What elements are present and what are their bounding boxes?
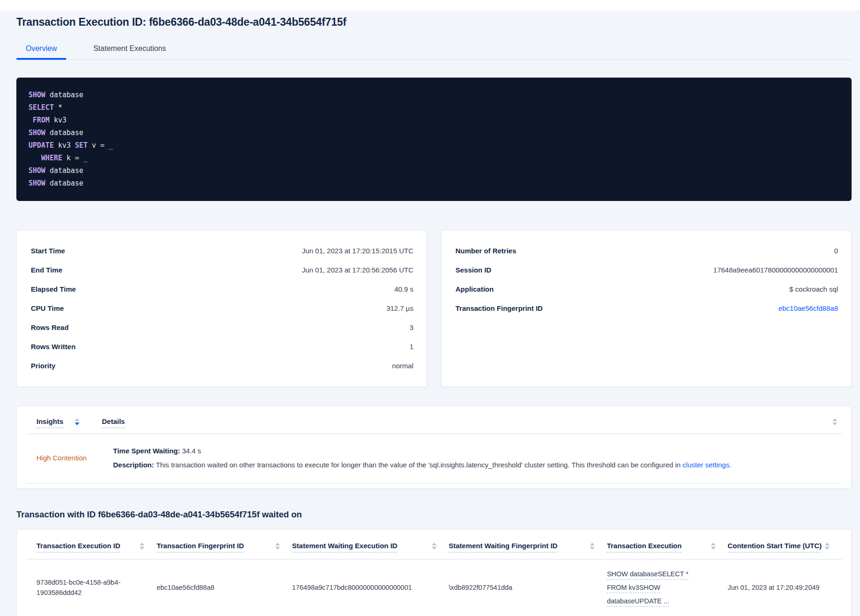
column-label: Statement Waiting Fingerprint ID <box>449 542 558 552</box>
insights-column-header[interactable]: Insights <box>36 417 102 428</box>
insights-column-label: Insights <box>36 417 64 428</box>
stat-label: Number of Retries <box>456 247 516 255</box>
stat-transaction-fingerprint-id: Transaction Fingerprint ID ebc10ae56cfd8… <box>456 299 838 318</box>
sort-icon[interactable] <box>432 543 437 550</box>
tab-bar: Overview Statement Executions <box>16 40 852 60</box>
sort-icon[interactable] <box>75 418 79 425</box>
column-header-transaction-execution-id[interactable]: Transaction Execution ID <box>26 542 157 552</box>
stat-label: Rows Written <box>31 343 76 351</box>
stat-value: 0 <box>834 247 838 255</box>
stat-end-time: End Time Jun 01, 2023 at 17:20:56:2056 U… <box>31 260 414 279</box>
stat-label: Rows Read <box>31 323 69 331</box>
sort-icon[interactable] <box>825 543 830 550</box>
sql-statements: SHOW databaseSELECT * FROM kv3SHOW datab… <box>16 78 852 201</box>
column-label: Transaction Execution <box>607 542 681 552</box>
stat-label: Priority <box>31 362 56 370</box>
column-header-statement-waiting-fingerprint-id[interactable]: Statement Waiting Fingerprint ID <box>449 542 607 552</box>
stat-number-of-retries: Number of Retries 0 <box>456 241 838 260</box>
insight-row: High Contention Time Spent Waiting: 34.4… <box>26 434 842 484</box>
description-suffix: . <box>729 461 731 469</box>
cell-transaction-fingerprint-id: ebc10ae56cfd88a8 <box>157 582 292 593</box>
cell-statement-waiting-execution-id: 176498a9c717bdc80000000000000001 <box>292 582 449 593</box>
top-whitespace-bar <box>0 0 860 10</box>
column-label: Statement Waiting Execution ID <box>292 542 397 552</box>
insight-details: Time Spent Waiting: 34.4 s Description: … <box>113 446 837 470</box>
summary-cards: Start Time Jun 01, 2023 at 17:20:15:2015… <box>16 230 852 387</box>
stat-value: 312.7 µs <box>387 304 414 312</box>
stat-rows-read: Rows Read 3 <box>31 318 414 337</box>
cell-contention-start-time: Jun 01, 2023 at 17:20:49:2049 <box>728 582 842 593</box>
insight-type-badge: High Contention <box>36 454 113 462</box>
page-title: Transaction Execution ID: f6be6366-da03-… <box>16 16 852 29</box>
stat-value: 1 <box>409 343 413 351</box>
stat-label: Elapsed Time <box>31 285 76 293</box>
stat-priority: Priority normal <box>31 356 414 375</box>
waited-on-table-row: 9738d051-bc0e-4158-a9b4-1903586ddd42 ebc… <box>26 559 842 616</box>
stat-label: Start Time <box>31 247 65 255</box>
stat-value: 17648a9eea6017800000000000000001 <box>713 266 838 274</box>
page-content: Transaction Execution ID: f6be6366-da03-… <box>0 16 860 616</box>
sort-icon[interactable] <box>711 543 716 550</box>
stat-value: Jun 01, 2023 at 17:20:15:2015 UTC <box>302 247 414 255</box>
stat-label: Session ID <box>456 266 492 274</box>
description-line: Description: This transaction waited on … <box>113 460 837 470</box>
transaction-fingerprint-id-link[interactable]: ebc10ae56cfd88a8 <box>778 304 838 312</box>
stat-value: 40.9 s <box>394 285 414 293</box>
column-label: Transaction Execution ID <box>36 542 120 552</box>
stat-label: End Time <box>31 266 62 274</box>
transaction-execution-cell[interactable]: SHOW databaseSELECT *FROM kv3SHOWdatabas… <box>607 569 727 606</box>
cluster-settings-link[interactable]: cluster settings <box>682 461 729 469</box>
cell-transaction-execution-id: 9738d051-bc0e-4158-a9b4-1903586ddd42 <box>26 577 157 598</box>
cell-statement-waiting-fingerprint-id: \xdb8922f077541dda <box>449 582 607 593</box>
column-label: Transaction Fingerprint ID <box>157 542 244 552</box>
stat-value: 3 <box>409 323 413 331</box>
execution-stats-card: Start Time Jun 01, 2023 at 17:20:15:2015… <box>16 230 427 387</box>
column-header-transaction-execution[interactable]: Transaction Execution <box>607 542 727 552</box>
stat-value: Jun 01, 2023 at 17:20:56:2056 UTC <box>302 266 414 274</box>
column-header-statement-waiting-execution-id[interactable]: Statement Waiting Execution ID <box>292 542 449 552</box>
waited-on-table-header: Transaction Execution ID Transaction Fin… <box>26 532 842 553</box>
stat-application: Application $ cockroach sql <box>456 279 838 299</box>
description-label: Description: <box>113 461 154 469</box>
stat-cpu-time: CPU Time 312.7 µs <box>31 299 414 318</box>
waited-on-heading: Transaction with ID f6be6366-da03-48de-a… <box>16 509 852 520</box>
column-header-contention-start-time[interactable]: Contention Start Time (UTC) <box>728 542 842 552</box>
column-header-transaction-fingerprint-id[interactable]: Transaction Fingerprint ID <box>157 542 292 552</box>
session-stats-card: Number of Retries 0 Session ID 17648a9ee… <box>441 230 852 387</box>
stat-rows-written: Rows Written 1 <box>31 337 414 356</box>
sort-icon[interactable] <box>832 418 837 425</box>
details-column-label: Details <box>102 417 125 428</box>
stat-value: $ cockroach sql <box>789 285 838 293</box>
stat-label: Transaction Fingerprint ID <box>456 304 543 312</box>
stat-session-id: Session ID 17648a9eea6017800000000000000… <box>456 260 838 279</box>
waited-on-table-card: Transaction Execution ID Transaction Fin… <box>16 529 852 616</box>
sort-icon[interactable] <box>590 543 595 550</box>
insights-card: Insights Details High Contention Time Sp… <box>16 406 852 489</box>
time-spent-waiting-label: Time Spent Waiting: <box>113 447 180 455</box>
tab-overview[interactable]: Overview <box>16 40 66 59</box>
description-text: This transaction waited on other transac… <box>154 461 683 469</box>
stat-label: Application <box>456 285 494 293</box>
stat-label: CPU Time <box>31 304 64 312</box>
sort-icon[interactable] <box>275 543 280 550</box>
stat-elapsed-time: Elapsed Time 40.9 s <box>31 279 414 299</box>
time-spent-waiting-value: 34.4 s <box>180 447 201 455</box>
details-column-header[interactable]: Details <box>102 417 832 426</box>
stat-start-time: Start Time Jun 01, 2023 at 17:20:15:2015… <box>31 241 414 260</box>
sort-icon[interactable] <box>140 543 144 550</box>
time-spent-waiting-line: Time Spent Waiting: 34.4 s <box>113 446 837 456</box>
column-label: Contention Start Time (UTC) <box>728 542 822 552</box>
insights-table-header: Insights Details <box>26 410 842 429</box>
tab-statement-executions[interactable]: Statement Executions <box>84 40 176 59</box>
stat-value: normal <box>392 362 414 370</box>
